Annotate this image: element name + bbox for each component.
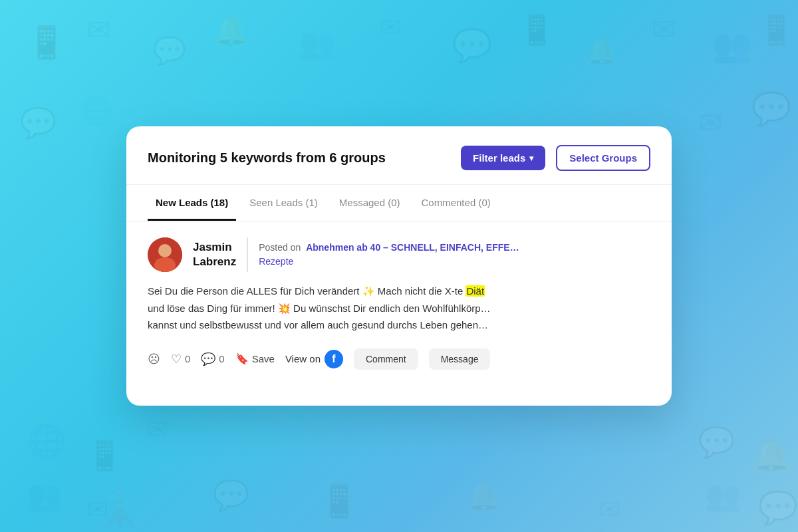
heart-icon: ♡: [171, 352, 182, 366]
svg-text:📱: 📱: [319, 482, 359, 520]
svg-text:✉: ✉: [698, 106, 723, 139]
header-title: Monitoring 5 keywords from 6 groups: [148, 150, 450, 166]
chevron-down-icon: ▾: [529, 154, 533, 163]
tabs-bar: New Leads (18) Seen Leads (1) Messaged (…: [126, 185, 672, 221]
card-header: Monitoring 5 keywords from 6 groups Filt…: [126, 126, 672, 185]
svg-text:💬: 💬: [153, 35, 186, 66]
save-label: Save: [252, 353, 275, 364]
post-highlight-keyword: Diät: [466, 285, 485, 297]
author-first-name: Jasmin: [193, 240, 236, 255]
svg-text:📱: 📱: [86, 438, 123, 473]
svg-text:🌐: 🌐: [80, 94, 113, 126]
tab-new-leads[interactable]: New Leads (18): [148, 185, 236, 221]
svg-text:👥: 👥: [705, 478, 741, 513]
svg-text:📱: 📱: [27, 23, 66, 61]
actions-bar: ☹ ♡ 0 💬 0 🔖 Save View on f: [148, 346, 650, 370]
post-meta-row: Posted on Abnehmen ab 40 – SCHNELL, EINF…: [259, 242, 650, 253]
filter-leads-label: Filter leads: [473, 152, 525, 164]
post-text-before: Sei Du die Person die ALLES für Dich ver…: [148, 285, 466, 297]
message-button[interactable]: Message: [429, 348, 491, 370]
save-action[interactable]: 🔖 Save: [235, 352, 275, 365]
group-link[interactable]: Abnehmen ab 40 – SCHNELL, EINFACH, EFFE…: [306, 242, 519, 253]
select-groups-button[interactable]: Select Groups: [556, 145, 650, 171]
svg-text:💬: 💬: [751, 90, 791, 128]
svg-text:🔔: 🔔: [751, 436, 791, 473]
post-text-line3: kannst und selbstbewusst und vor allem a…: [148, 319, 488, 331]
svg-text:💬: 💬: [20, 106, 57, 140]
avatar-initials: [148, 237, 182, 272]
svg-rect-33: [157, 259, 173, 269]
comments-count: 0: [219, 353, 224, 364]
comment-count[interactable]: 💬 0: [201, 352, 224, 366]
avatar: [148, 237, 182, 272]
svg-text:✉: ✉: [652, 13, 676, 46]
lead-header: Jasmin Labrenz Posted on Abnehmen ab 40 …: [148, 237, 650, 272]
svg-text:👥: 👥: [299, 26, 336, 61]
post-content: Sei Du die Person die ALLES für Dich ver…: [148, 283, 650, 334]
filter-leads-button[interactable]: Filter leads ▾: [461, 146, 545, 170]
svg-text:📱: 📱: [519, 13, 555, 47]
svg-text:📱: 📱: [758, 13, 795, 47]
svg-text:🌐: 🌐: [27, 422, 66, 460]
svg-text:🔔: 🔔: [585, 35, 618, 66]
reactions-count: 0: [185, 353, 190, 364]
heart-reaction[interactable]: ♡ 0: [171, 352, 190, 366]
post-meta: Posted on Abnehmen ab 40 – SCHNELL, EINF…: [247, 237, 650, 272]
bookmark-icon: 🔖: [235, 352, 249, 365]
svg-point-31: [158, 244, 172, 257]
subgroup-link[interactable]: Rezepte: [259, 256, 293, 267]
sad-icon: ☹: [148, 352, 160, 366]
tab-commented[interactable]: Commented (0): [414, 185, 499, 221]
svg-text:💬: 💬: [698, 425, 735, 460]
tab-seen-leads[interactable]: Seen Leads (1): [241, 185, 326, 221]
svg-text:🔔: 🔔: [213, 13, 249, 47]
svg-text:💬: 💬: [758, 489, 798, 527]
main-card: Monitoring 5 keywords from 6 groups Filt…: [126, 126, 672, 406]
view-on-label: View on: [285, 353, 321, 364]
author-info: Jasmin Labrenz: [193, 237, 236, 272]
svg-text:👥: 👥: [712, 27, 751, 65]
svg-text:💬: 💬: [213, 478, 249, 513]
comment-button[interactable]: Comment: [354, 348, 418, 370]
posted-on-label: Posted on: [259, 242, 301, 253]
post-text-line2: und löse das Ding für immer! 💥 Du wünsch…: [148, 303, 491, 314]
svg-text:👥: 👥: [27, 478, 63, 513]
svg-text:✉: ✉: [598, 495, 621, 524]
svg-text:✉: ✉: [146, 415, 169, 444]
author-last-name: Labrenz: [193, 255, 236, 269]
svg-text:💬: 💬: [452, 27, 492, 65]
svg-text:✉: ✉: [379, 13, 402, 42]
tab-messaged[interactable]: Messaged (0): [331, 185, 408, 221]
facebook-icon: f: [325, 350, 343, 368]
svg-text:🔔: 🔔: [466, 478, 502, 513]
lead-card: Jasmin Labrenz Posted on Abnehmen ab 40 …: [126, 221, 672, 386]
comment-icon: 💬: [201, 352, 215, 366]
svg-text:🗼: 🗼: [93, 479, 146, 529]
view-on-facebook[interactable]: View on f: [285, 350, 343, 368]
subgroup-row: Rezepte: [259, 255, 650, 267]
svg-text:✉: ✉: [86, 13, 111, 46]
sad-reaction[interactable]: ☹: [148, 352, 160, 366]
